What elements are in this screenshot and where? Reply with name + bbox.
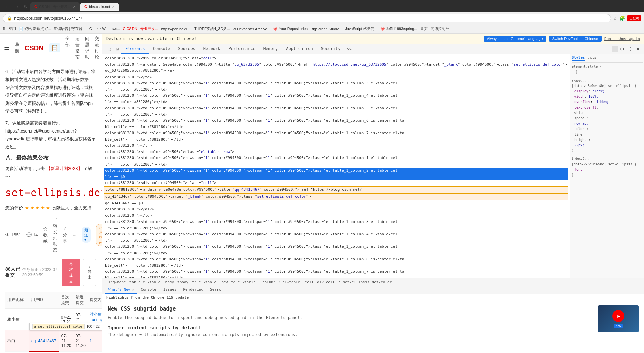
settings-icon[interactable]: ⚙ xyxy=(619,46,626,52)
tab-issues[interactable]: Issues xyxy=(160,286,180,294)
channel-label[interactable]: 频道▾ xyxy=(82,227,91,243)
tab-performance[interactable]: Performance xyxy=(224,44,259,54)
bookmark-csdn[interactable]: C CSDN - 专业开发... xyxy=(123,26,158,31)
html-line[interactable]: color:#881280;"><td color:#994500;">rows… xyxy=(104,244,568,250)
nav-discuss[interactable]: 交流讨论 xyxy=(95,36,99,60)
html-line[interactable]: l"> == color:#881280;"></td> xyxy=(104,112,568,118)
html-line[interactable]: color:#881280;"><td color:#994500;">rows… xyxy=(104,219,568,225)
html-line[interactable]: color:#881280;"><td color:#994500;">rows… xyxy=(104,130,568,137)
breadcrumb-item[interactable]: ling-none xyxy=(105,280,127,285)
more-btn[interactable]: ··· xyxy=(72,232,76,237)
close-devtools-icon[interactable]: ✕ xyxy=(635,46,641,52)
html-line[interactable]: color:#881280;"><td color:#994500;">rows… xyxy=(104,269,568,275)
favorite-btn[interactable]: ☆ 收藏 xyxy=(43,226,48,244)
ops-badge[interactable]: 运营指南 xyxy=(96,224,102,246)
html-line[interactable]: color:#881280;"><td color:#994500;">rows… xyxy=(104,118,568,124)
html-line[interactable]: ble_cell"> == color:#881280;"></td> xyxy=(104,137,568,143)
breadcrumb-item[interactable]: tbody xyxy=(176,280,189,285)
html-line[interactable]: color:#881280;"><div color:#994500;">cla… xyxy=(104,55,568,62)
bookmark-asm[interactable]: 汇编语言 | 寄存器 ... xyxy=(54,26,87,31)
tab-whats-new[interactable]: What's New ✕ xyxy=(105,286,137,294)
user-badge[interactable]: 已登终 xyxy=(627,15,641,21)
re-submit-button[interactable]: 再次提交 xyxy=(62,259,80,286)
tab-active[interactable]: C bbs.csdn.net ✕ xyxy=(80,3,119,11)
share-btn[interactable]: ↗ 转发到动态 xyxy=(53,217,57,253)
html-line[interactable]: color:#881280;"></td> xyxy=(104,213,568,219)
html-line[interactable]: color:#881280;"><td color:#994500;">rows… xyxy=(104,105,568,112)
hamburger-icon[interactable]: ☰ xyxy=(4,44,9,52)
tab-close[interactable]: ✕ xyxy=(73,5,76,9)
html-line[interactable]: qq_43413467" color:#994500;">target="_bl… xyxy=(104,193,568,200)
bookmark-three[interactable]: THREE实战4_3D效... xyxy=(194,26,230,31)
tab-console[interactable]: Console xyxy=(149,44,174,54)
cursor-icon[interactable]: ⊡ xyxy=(113,44,121,54)
tab-search[interactable]: Search xyxy=(207,286,227,294)
tab-network[interactable]: Network xyxy=(199,44,225,54)
reload-button[interactable]: ↻ xyxy=(22,3,30,10)
html-line[interactable]: color:#881280;"><tr color:#994500;">clas… xyxy=(104,149,568,155)
tab-bottom-console[interactable]: Console xyxy=(137,286,159,294)
active-tab-close[interactable]: ✕ xyxy=(112,5,115,9)
bookmark-baidu[interactable]: https://pan.baidu... xyxy=(161,27,192,31)
bookmark-icon[interactable]: ☆ xyxy=(613,16,617,21)
html-line[interactable]: l"> == $0 xyxy=(104,174,568,180)
csdn-logo[interactable]: CSDN xyxy=(25,44,44,52)
html-line[interactable]: color:#881280;"></td> xyxy=(104,74,568,81)
breadcrumb-item[interactable]: tr.el-table__row xyxy=(191,280,229,285)
youtube-thumbnail[interactable]: ▶ new xyxy=(598,305,639,332)
bookmark-news[interactable]: 📄 资讯-新焦点 ("... xyxy=(19,26,51,31)
comments-count[interactable]: 💬 14 xyxy=(26,232,38,237)
breadcrumb-item[interactable]: div.cell xyxy=(316,280,336,285)
tab-memory[interactable]: Memory xyxy=(259,44,282,54)
nav-help[interactable]: 问题求助 xyxy=(85,36,89,60)
tab-sources[interactable]: Sources xyxy=(174,44,199,54)
html-line[interactable]: color:#881280;"><a data-v-5e0e4a8e color… xyxy=(104,186,568,194)
html-line[interactable]: l"> == color:#881280;"></td> xyxy=(104,99,568,106)
breadcrumb-item[interactable]: a.set-ellipsis.def-color xyxy=(337,280,393,285)
nav-all[interactable]: 全部 xyxy=(65,36,70,60)
tab-application[interactable]: Application xyxy=(282,44,317,54)
html-line[interactable]: ble_cell"> == color:#881280;"></td> xyxy=(104,263,568,269)
html-line[interactable]: ble_cell"> == color:#881280;"></td> xyxy=(104,124,568,130)
tab-elements[interactable]: Elements xyxy=(121,44,149,54)
html-line[interactable]: l"> == color:#881280;"></td> xyxy=(104,250,568,257)
export-button[interactable]: ↓ 导出 xyxy=(83,259,96,286)
address-bar[interactable]: 🔒 https://bbs.csdn.net/topics/616574177 xyxy=(3,14,611,22)
computed-tab[interactable]: .cls xyxy=(588,55,597,61)
bookmark-cpp[interactable]: C++ 中 Windows... xyxy=(89,26,120,31)
more-options-icon[interactable]: ⋮ xyxy=(626,46,634,52)
bookmark-github[interactable]: 🐙 Your Repositories xyxy=(273,27,308,31)
dont-show-link[interactable]: Don't show again xyxy=(604,37,640,41)
inspect-icon[interactable]: ⬚ xyxy=(105,44,113,54)
whats-new-close[interactable]: ✕ xyxy=(132,288,134,291)
extension-icon[interactable]: 🧩 xyxy=(619,16,625,21)
tab-security[interactable]: Security xyxy=(317,44,345,54)
bookmark-devcenter[interactable]: W Devcenter Archive... xyxy=(233,27,270,31)
activity-link[interactable]: 【新星计划2023】 xyxy=(46,166,82,171)
html-line[interactable]: qq_63732605color:#881280;"></a> xyxy=(104,68,568,74)
nav-ops[interactable]: 运营指南 xyxy=(75,36,80,60)
breadcrumb-item[interactable]: table.el-table__body xyxy=(128,280,175,285)
back-button[interactable]: ← xyxy=(3,3,11,10)
html-line[interactable]: l"> == color:#881280;"></td> xyxy=(104,238,568,244)
tab-csdn[interactable]: C CSDN - 专业开发... ✕ xyxy=(30,2,80,11)
html-line[interactable]: color:#881280;"></div> xyxy=(104,206,568,213)
devtools-number[interactable]: 1 xyxy=(612,46,618,52)
styles-tab[interactable]: Styles xyxy=(572,55,585,61)
always-match-button[interactable]: Always match Chrome's language xyxy=(484,36,546,42)
breadcrumb-item[interactable]: td.el-table_1_column_2.el-table__cell xyxy=(230,280,315,285)
bookmark-apps[interactable]: 应用 xyxy=(8,26,16,31)
bookmark-amap[interactable]: 首页 | 高德控制台 xyxy=(420,26,449,31)
html-line[interactable]: color:#881280;"><a data-v-5e0e4a8e color… xyxy=(104,62,568,68)
html-line[interactable]: l"> == color:#881280;"></td> xyxy=(104,87,568,93)
html-line[interactable]: l"> == color:#881280;"></td> xyxy=(104,161,568,168)
bookmark-bigscreen[interactable]: BigScreen Studio... xyxy=(311,27,342,31)
html-line[interactable]: color:#881280;"><td color:#994500;">rows… xyxy=(104,168,568,174)
html-line[interactable]: color:#881280;"><td color:#994500;">rows… xyxy=(104,155,568,161)
html-line[interactable]: color:#881280;"><td color:#994500;">rows… xyxy=(104,80,568,87)
elements-panel[interactable]: color:#881280;"><div color:#994500;">cla… xyxy=(102,54,570,278)
tabs-more[interactable]: >> xyxy=(345,45,354,53)
forward-button[interactable]: → xyxy=(12,3,21,10)
html-line[interactable]: l"> == color:#881280;"></td> xyxy=(104,225,568,232)
switch-devtools-button[interactable]: Switch DevTools to Chinese xyxy=(549,36,602,42)
